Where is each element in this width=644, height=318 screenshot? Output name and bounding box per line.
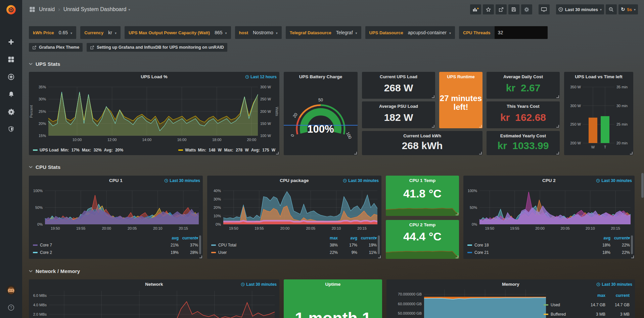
refresh-picker[interactable]: ↻ 5s ▾ xyxy=(618,4,638,14)
link-grafana-plex-theme[interactable]: Grafana Plex Theme xyxy=(29,43,83,52)
legend-column-header[interactable]: current xyxy=(605,293,630,298)
panel-memory: Memory Last 30 minutes 70.000000 GB60.00… xyxy=(386,279,635,318)
legend-item[interactable]: Watts Min: 148 W Max: 278 W Avg: 175 W xyxy=(178,148,275,152)
add-panel-button[interactable] xyxy=(470,4,481,14)
legend-column-header[interactable]: current▾ xyxy=(357,236,377,240)
legend-series-name[interactable]: CPU Total xyxy=(211,243,318,247)
panel-title[interactable]: UPS Load vs Time left xyxy=(567,74,631,79)
time-range-picker[interactable]: Last 30 minutes ▾ xyxy=(556,4,604,14)
user-avatar[interactable] xyxy=(6,285,16,295)
cpu-threads-input[interactable] xyxy=(495,26,548,39)
breadcrumb-separator: › xyxy=(58,6,60,13)
kiosk-monitor-button[interactable] xyxy=(539,4,550,14)
legend-scrollbar[interactable] xyxy=(631,235,633,254)
panel-title[interactable]: CPU 2 Temp xyxy=(399,222,446,227)
panel-title[interactable]: UPS Load % xyxy=(42,74,266,79)
legend-series-name[interactable]: Core 7 xyxy=(33,243,159,247)
create-plus-icon[interactable] xyxy=(5,37,17,47)
legend-scrollbar[interactable] xyxy=(199,235,201,254)
panel-ups-load: UPS Load % Last 12 hours 10:0012:0014:00… xyxy=(29,72,279,155)
legend-column-header[interactable]: avg xyxy=(591,236,610,240)
ups-load-chart[interactable]: 10:0012:0014:0016:0018:0020:0035%30%25%2… xyxy=(29,72,279,155)
panel-cpu2: CPU 2 Last 30 minutes 19:5019:5520:0020:… xyxy=(463,176,635,259)
svg-text:50: 50 xyxy=(318,98,323,102)
series-swatch xyxy=(33,149,38,151)
legend-series-name[interactable]: Core 18 xyxy=(467,243,591,247)
svg-text:19:50: 19:50 xyxy=(51,226,60,230)
ups-bar-chart[interactable]: 350 W35 min300 W30 min250 W25 min200 W20… xyxy=(564,72,633,155)
legend-column-header[interactable]: max xyxy=(581,293,605,298)
cpu-package-chart[interactable]: 19:5019:5520:0020:0520:1020:1540%30%20%1… xyxy=(207,176,381,233)
svg-text:35%: 35% xyxy=(39,85,46,89)
panel-time-override[interactable]: Last 30 minutes xyxy=(241,282,277,287)
dashboard-grid-icon[interactable] xyxy=(29,6,36,13)
panel-time-override[interactable]: Last 30 minutes xyxy=(343,178,379,183)
legend-row: Used14.7 GB14.7 GB xyxy=(544,300,630,310)
section-network-memory[interactable]: Network / Memory xyxy=(29,266,635,276)
battery-gauge[interactable]: 02050100 xyxy=(284,72,358,155)
svg-text:50%: 50% xyxy=(470,206,477,210)
svg-text:20:15: 20:15 xyxy=(179,226,188,230)
panel-title[interactable]: UPS Battery Charge xyxy=(297,74,344,79)
panel-time-override[interactable]: Last 30 minutes xyxy=(596,178,632,183)
variable-host[interactable]: host Nostromo ▾ xyxy=(235,26,282,39)
variable-ups-datasource[interactable]: UPS Datasource apcupsd-container ▾ xyxy=(365,26,455,39)
legend-column-header[interactable]: max xyxy=(318,236,338,240)
panel-title[interactable]: CPU 1 Temp xyxy=(399,178,446,183)
main-area: Unraid › Unraid System Dashboard ▾ xyxy=(22,0,644,318)
page-scrollbar xyxy=(641,0,644,318)
svg-text:20:05: 20:05 xyxy=(306,226,315,230)
page-scrollbar-thumb[interactable] xyxy=(641,173,644,198)
legend-column-header[interactable]: avg xyxy=(338,236,357,240)
save-button[interactable] xyxy=(508,4,519,14)
legend-series-name[interactable]: User xyxy=(211,250,318,255)
variable-currency[interactable]: Currency kr ▾ xyxy=(80,26,121,39)
star-button[interactable] xyxy=(483,4,494,14)
share-button[interactable] xyxy=(496,4,507,14)
legend-series-name[interactable]: Used xyxy=(544,303,581,307)
legend-column-header[interactable]: current▾ xyxy=(610,236,630,240)
panel-time-override[interactable]: Last 30 minutes xyxy=(596,282,632,287)
help-icon[interactable]: ? xyxy=(5,303,17,313)
server-admin-shield-icon[interactable] xyxy=(5,124,17,134)
legend-scrollbar[interactable] xyxy=(378,235,380,254)
settings-gear-button[interactable] xyxy=(521,4,532,14)
legend-series-name[interactable]: Buffered xyxy=(544,312,581,317)
panel-title[interactable]: Network xyxy=(42,282,266,287)
chevron-down-icon xyxy=(29,166,33,168)
navbar: Unraid › Unraid System Dashboard ▾ xyxy=(22,0,644,19)
dashboards-grid-icon[interactable] xyxy=(5,54,17,64)
svg-text:19:55: 19:55 xyxy=(255,226,264,230)
svg-text:20%: 20% xyxy=(214,206,221,210)
panel-title[interactable]: Memory xyxy=(400,282,622,287)
explore-compass-icon[interactable] xyxy=(5,72,17,82)
legend-item[interactable]: UPS Load Min: 17% Max: 32% Avg: 20% xyxy=(33,148,123,152)
legend-series-name[interactable]: Core 2 xyxy=(33,250,159,255)
variable-telegraf-datasource[interactable]: Telegraf Datasource Telegraf ▾ xyxy=(286,26,361,39)
dashboard-title[interactable]: Unraid System Dashboard ▾ xyxy=(63,6,130,12)
sidebar: ? xyxy=(0,0,22,318)
panel-time-override[interactable]: Last 12 hours xyxy=(245,75,277,79)
breadcrumb-app[interactable]: Unraid xyxy=(39,6,55,12)
configuration-gear-icon[interactable] xyxy=(5,107,17,117)
variable-ups-max-power[interactable]: UPS Max Output Power Capacity (Watt) 865… xyxy=(125,26,231,39)
grafana-logo-icon[interactable] xyxy=(4,3,18,16)
panel-title[interactable]: Uptime xyxy=(297,282,369,287)
svg-text:0%: 0% xyxy=(216,222,221,226)
alerting-bell-icon[interactable] xyxy=(5,89,17,99)
svg-text:20:15: 20:15 xyxy=(357,226,367,230)
zoom-out-button[interactable] xyxy=(606,4,617,14)
cpu2-chart[interactable]: 19:5019:5520:0020:0520:1020:15100%50%0% xyxy=(463,176,635,233)
panel-time-override[interactable]: Last 30 minutes xyxy=(164,178,200,183)
cpu1-chart[interactable]: 19:5019:5520:0020:0520:1020:15100%50%0% xyxy=(29,176,203,233)
legend-column-header[interactable]: avg xyxy=(159,236,179,240)
section-ups-stats[interactable]: UPS Stats xyxy=(29,59,635,69)
legend-column-header[interactable]: current▾ xyxy=(179,236,198,240)
legend-series-name[interactable]: Core 21 xyxy=(467,250,591,255)
link-ups-monitoring-guide[interactable]: Setting up Grafana and InfluxDB for UPS … xyxy=(87,43,227,52)
variable-kwh-price[interactable]: kWh Price 0.65 ▾ xyxy=(29,26,76,39)
svg-text:60.000000 GB: 60.000000 GB xyxy=(398,302,422,306)
section-cpu-stats[interactable]: CPU Stats xyxy=(29,162,635,172)
panel-this-years-cost: This Years Cost kr 162.68 xyxy=(487,101,560,128)
svg-text:6.0 MBs: 6.0 MBs xyxy=(33,293,47,298)
